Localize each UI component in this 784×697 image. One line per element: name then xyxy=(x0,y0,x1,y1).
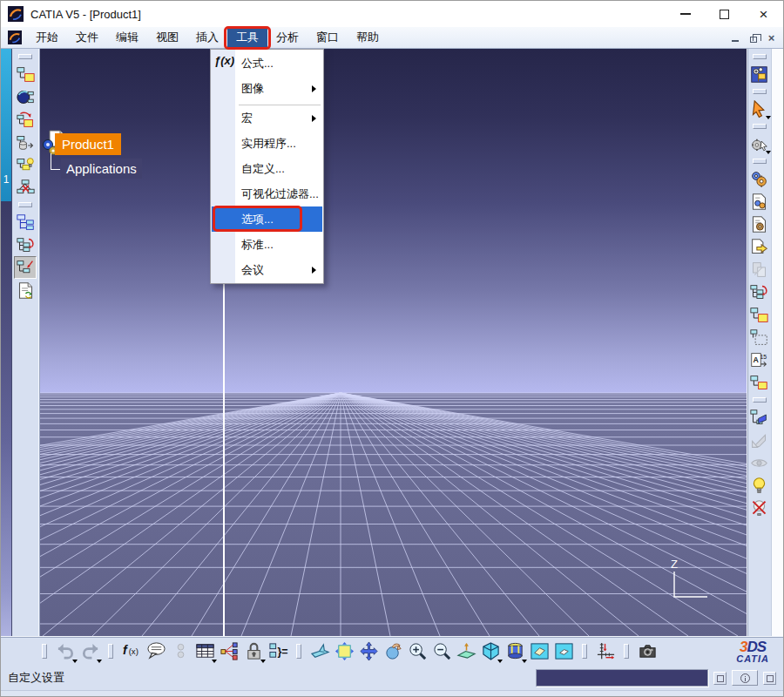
tree-component-icon[interactable] xyxy=(748,371,771,394)
fit-all-icon[interactable] xyxy=(332,639,356,664)
view-mode-full-icon[interactable] xyxy=(527,639,551,664)
menu-analyze[interactable]: 分析 xyxy=(267,29,308,47)
normal-view-icon[interactable] xyxy=(454,639,478,664)
knowledge-template-icon[interactable] xyxy=(217,639,241,664)
toolbar-drag-handle[interactable] xyxy=(753,397,767,403)
menu-item-conferencing[interactable]: 会议 xyxy=(212,257,322,282)
lock-icon[interactable] xyxy=(241,639,266,664)
view-mode-quick-icon[interactable] xyxy=(551,639,576,664)
select-arrow-icon[interactable] xyxy=(748,98,771,120)
insert-new-component-icon[interactable] xyxy=(14,63,37,85)
status-expand-left-button[interactable] xyxy=(713,672,727,685)
child-close-button[interactable]: × xyxy=(764,30,779,44)
rulers-icon[interactable] xyxy=(748,429,771,451)
pan-icon[interactable] xyxy=(356,639,381,664)
toolbar-drag-handle[interactable] xyxy=(753,54,767,59)
doc-gear-icon[interactable] xyxy=(748,213,771,235)
menu-item-macro[interactable]: 宏 xyxy=(212,105,322,131)
doc-gears-icon[interactable] xyxy=(748,190,771,213)
viewport-3d[interactable]: Product1 Applications Z xyxy=(40,49,747,636)
knowledge-gears-icon[interactable] xyxy=(748,167,771,190)
maximize-button[interactable] xyxy=(705,1,744,27)
menu-help[interactable]: 帮助 xyxy=(348,29,388,47)
tree-select-icon[interactable] xyxy=(748,326,771,348)
insert-existing-component-icon[interactable] xyxy=(14,108,37,131)
tree-node-applications[interactable]: Applications xyxy=(61,159,142,179)
info-button[interactable] xyxy=(732,670,758,686)
zoom-out-icon[interactable] xyxy=(429,639,454,664)
undo-icon[interactable] xyxy=(53,639,78,664)
menu-item-customize[interactable]: 自定义... xyxy=(212,156,322,181)
workbench-product-structure-icon[interactable] xyxy=(748,63,771,85)
menu-item-image[interactable]: 图像 xyxy=(212,76,322,101)
design-table-icon[interactable] xyxy=(193,639,217,664)
menu-item-standards[interactable]: 标准... xyxy=(212,232,322,257)
menu-bar: 开始 文件 编辑 视图 插入 工具 分析 窗口 帮助 × xyxy=(1,27,783,49)
knowledge-inspector-icon[interactable] xyxy=(144,639,168,664)
toolbar-drag-handle[interactable] xyxy=(753,89,767,94)
child-restore-button[interactable] xyxy=(746,30,760,44)
smart-load-icon[interactable] xyxy=(14,153,37,176)
dropdown-caret-icon xyxy=(97,660,102,663)
tree-expand-icon[interactable] xyxy=(748,406,771,429)
fly-mode-icon[interactable] xyxy=(308,639,332,664)
doc-export-icon[interactable] xyxy=(748,235,771,258)
open-catalog-icon[interactable] xyxy=(14,85,37,108)
toolbar-drag-handle[interactable] xyxy=(108,644,113,659)
light-on-icon[interactable] xyxy=(748,474,771,497)
toolbar-drag-handle[interactable] xyxy=(18,54,32,59)
spec-tree-trunk-line[interactable] xyxy=(223,274,225,636)
toolbar-drag-handle[interactable] xyxy=(753,159,767,164)
toolbar-drag-handle[interactable] xyxy=(296,644,301,659)
menu-start[interactable]: 开始 xyxy=(27,29,67,47)
rules-check-icon[interactable]: }= xyxy=(266,639,290,664)
annotation-numbering-icon[interactable]: A15 xyxy=(748,348,771,371)
menu-item-utility[interactable]: 实用程序... xyxy=(212,131,322,156)
svg-text:15: 15 xyxy=(760,353,767,359)
broken-links-icon[interactable] xyxy=(14,176,37,199)
child-minimize-button[interactable] xyxy=(727,30,742,44)
menu-insert[interactable]: 插入 xyxy=(187,29,227,47)
tree-node-product1[interactable]: Product1 xyxy=(55,133,121,155)
toolbar-drag-handle[interactable] xyxy=(753,124,767,129)
paste-special-icon[interactable] xyxy=(748,258,771,281)
menu-tools[interactable]: 工具 xyxy=(227,29,267,47)
fx-formula-icon[interactable]: f(x) xyxy=(119,639,144,664)
menu-item-options[interactable]: 选项... xyxy=(212,206,322,232)
reorder-tree-icon[interactable] xyxy=(14,233,37,256)
tree-refresh-icon[interactable] xyxy=(748,281,771,303)
zoom-in-icon[interactable] xyxy=(405,639,429,664)
redo-icon[interactable] xyxy=(78,639,102,664)
hide-show-eye-icon[interactable] xyxy=(748,451,771,474)
iso-view-icon[interactable] xyxy=(478,639,503,664)
status-expand-right-button[interactable] xyxy=(763,672,776,685)
automation-icon[interactable] xyxy=(748,132,771,155)
submenu-arrow-icon xyxy=(312,85,316,92)
selective-load-icon[interactable] xyxy=(14,256,37,279)
stoplight-icon[interactable] xyxy=(168,639,193,664)
render-style-icon[interactable] xyxy=(503,639,527,664)
new-part-icon[interactable] xyxy=(14,131,37,153)
light-off-icon[interactable] xyxy=(748,497,771,519)
measure-between-icon[interactable] xyxy=(593,639,618,664)
minimize-button[interactable] xyxy=(666,1,705,27)
menu-item-formula[interactable]: ƒ(x) 公式... xyxy=(212,51,322,76)
menu-edit[interactable]: 编辑 xyxy=(107,29,147,47)
menu-item-visualization-filter[interactable]: 可视化过滤器... xyxy=(212,181,322,206)
snapshot-icon[interactable] xyxy=(635,639,659,664)
menu-view[interactable]: 视图 xyxy=(147,29,187,47)
toolbar-drag-handle[interactable] xyxy=(582,644,587,659)
menu-window[interactable]: 窗口 xyxy=(308,29,348,47)
close-button[interactable]: × xyxy=(744,1,783,27)
toolbar-drag-handle[interactable] xyxy=(18,202,32,207)
refresh-document-icon[interactable] xyxy=(14,279,37,301)
power-input[interactable] xyxy=(536,669,708,687)
graph-view-icon[interactable] xyxy=(14,211,37,233)
viewport-sky xyxy=(40,49,747,393)
toolbar-drag-handle[interactable] xyxy=(624,644,629,659)
rotate-icon[interactable] xyxy=(381,639,405,664)
tree-node-new-icon[interactable] xyxy=(748,303,771,326)
window-edge-strip xyxy=(771,49,783,636)
toolbar-drag-handle[interactable] xyxy=(42,644,47,659)
menu-file[interactable]: 文件 xyxy=(67,29,107,47)
